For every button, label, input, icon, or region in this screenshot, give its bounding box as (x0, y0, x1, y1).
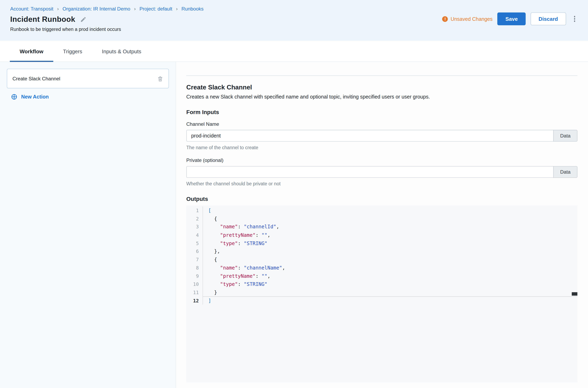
header-actions: ! Unsaved Changes Save Discard (442, 13, 577, 25)
code-text: { (203, 215, 217, 223)
runbook-editor-page: Account: Transposit›Organization: IR Int… (0, 0, 588, 388)
code-line: 1[ (186, 207, 578, 215)
code-text: } (203, 289, 217, 297)
screen: Account: Transposit›Organization: IR Int… (0, 0, 588, 388)
page-title: Incident Runbook (10, 15, 75, 24)
breadcrumb-link[interactable]: Runbooks (182, 6, 204, 12)
action-description: Creates a new Slack channel with specifi… (186, 94, 578, 100)
edit-title-icon[interactable] (80, 16, 87, 23)
line-number: 11 (186, 289, 203, 297)
field-label: Private (optional) (186, 157, 578, 163)
workflow-step-card[interactable]: Create Slack Channel (7, 69, 169, 88)
code-line: 10 "type": "STRING" (186, 280, 578, 289)
discard-button[interactable]: Discard (531, 13, 566, 25)
line-number: 12 (186, 296, 203, 305)
breadcrumb-link[interactable]: Project: default (139, 6, 172, 12)
tab-bar: WorkflowTriggersInputs & Outputs (0, 41, 588, 62)
unsaved-changes-badge: ! Unsaved Changes (442, 16, 493, 22)
code-text: { (203, 256, 217, 264)
code-line: 3 "name": "channelId", (186, 223, 578, 231)
form-fields: Channel Name Data The name of the channe… (186, 121, 578, 187)
field-input[interactable] (186, 166, 554, 178)
kebab-menu-icon[interactable] (572, 15, 577, 24)
data-button[interactable]: Data (553, 130, 578, 142)
action-title: Create Slack Channel (186, 84, 578, 91)
line-number: 7 (186, 256, 203, 264)
breadcrumb: Account: Transposit›Organization: IR Int… (10, 6, 576, 12)
field-help: Whether the channel should be private or… (186, 181, 578, 187)
code-text: "prettyName": "", (203, 272, 270, 280)
code-text: ] (203, 296, 211, 305)
code-line: 5 "type": "STRING" (186, 239, 578, 247)
warning-icon: ! (442, 16, 448, 22)
line-number: 2 (186, 215, 203, 223)
breadcrumb-separator-icon: › (176, 6, 178, 12)
field-input-group: Data (186, 130, 578, 142)
code-text: [ (203, 207, 211, 215)
delete-step-icon[interactable] (157, 75, 163, 82)
field-label: Channel Name (186, 121, 578, 127)
outputs-heading: Outputs (186, 196, 578, 202)
tab-workflow[interactable]: Workflow (10, 41, 53, 62)
unsaved-changes-label: Unsaved Changes (451, 16, 493, 22)
main-area: Create Slack Channel New Action Create S… (0, 62, 588, 388)
data-button[interactable]: Data (553, 166, 578, 178)
form-inputs-heading: Form Inputs (186, 109, 578, 115)
code-lines: 1[2 {3 "name": "channelId",4 "prettyName… (186, 207, 578, 305)
new-action-label: New Action (21, 94, 49, 100)
code-line: 4 "prettyName": "", (186, 231, 578, 240)
breadcrumb-link[interactable]: Account: Transposit (10, 6, 53, 12)
editor-divider (203, 296, 577, 297)
action-detail-panel: Create Slack Channel Creates a new Slack… (176, 62, 588, 388)
code-line: 7 { (186, 256, 578, 264)
line-number: 8 (186, 264, 203, 272)
tab-inputs-outputs[interactable]: Inputs & Outputs (92, 41, 151, 62)
form-field: Channel Name Data The name of the channe… (186, 121, 578, 150)
scrollbar-thumb[interactable] (572, 292, 578, 296)
new-action-button[interactable]: New Action (10, 93, 169, 100)
code-line: 6 }, (186, 247, 578, 256)
line-number: 10 (186, 280, 203, 289)
page-header: Account: Transposit›Organization: IR Int… (0, 0, 588, 41)
save-button[interactable]: Save (498, 13, 526, 25)
code-line: 8 "name": "channelName", (186, 264, 578, 272)
field-input[interactable] (186, 130, 554, 142)
code-line: 9 "prettyName": "", (186, 272, 578, 280)
page-subtitle: Runbook to be triggered when a prod inci… (10, 27, 576, 32)
code-text: "type": "STRING" (203, 280, 267, 289)
code-text: "name": "channelName", (203, 264, 285, 272)
code-text: }, (203, 247, 220, 256)
outputs-code-editor[interactable]: 1[2 {3 "name": "channelId",4 "prettyName… (186, 205, 578, 382)
field-input-group: Data (186, 166, 578, 178)
code-line: 12] (186, 296, 578, 305)
code-text: "type": "STRING" (203, 239, 267, 247)
line-number: 5 (186, 239, 203, 247)
code-line: 11 } (186, 289, 578, 297)
top-divider (186, 75, 578, 76)
form-field: Private (optional) Data Whether the chan… (186, 157, 578, 187)
code-line: 2 { (186, 215, 578, 223)
field-help: The name of the channel to create (186, 145, 578, 150)
line-number: 9 (186, 272, 203, 280)
code-text: "prettyName": "", (203, 231, 270, 240)
plus-circle-icon (10, 93, 18, 100)
workflow-step-label: Create Slack Channel (13, 76, 60, 81)
line-number: 1 (186, 207, 203, 215)
breadcrumb-separator-icon: › (57, 6, 59, 12)
line-number: 4 (186, 231, 203, 240)
workflow-panel: Create Slack Channel New Action (0, 62, 176, 388)
breadcrumb-separator-icon: › (134, 6, 135, 12)
line-number: 3 (186, 223, 203, 231)
code-text: "name": "channelId", (203, 223, 279, 231)
line-number: 6 (186, 247, 203, 256)
breadcrumb-link[interactable]: Organization: IR Internal Demo (63, 6, 130, 12)
tab-triggers[interactable]: Triggers (53, 41, 92, 62)
